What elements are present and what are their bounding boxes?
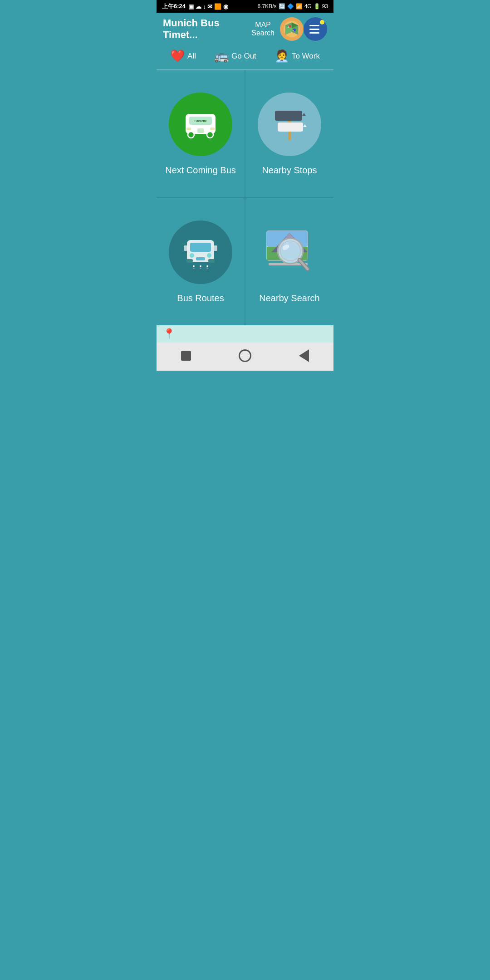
network-type: 4G: [304, 3, 312, 10]
location-pin-icon: 📍: [163, 328, 175, 340]
svg-rect-14: [210, 127, 215, 130]
map-search-button[interactable]: MAP Search: [251, 21, 274, 37]
nav-stop-button[interactable]: [178, 348, 194, 364]
status-right: 6.7KB/s 🔄 🔷 📶 4G 🔋 93: [258, 3, 328, 10]
menu-button[interactable]: [304, 17, 327, 41]
svg-point-25: [207, 253, 211, 258]
svg-rect-23: [190, 243, 211, 252]
svg-text:Favorite: Favorite: [194, 119, 206, 122]
svg-text:B: B: [293, 29, 294, 32]
svg-rect-16: [197, 128, 204, 133]
svg-rect-26: [196, 257, 205, 260]
bus-routes-cell[interactable]: Bus Routes: [157, 198, 245, 325]
svg-rect-18: [275, 111, 302, 121]
nav-back-button[interactable]: [296, 348, 312, 364]
nearby-search-label: Nearby Search: [259, 293, 319, 304]
svg-rect-13: [186, 127, 191, 130]
nav-triangle-icon: [299, 349, 309, 362]
status-left: 上午6:24 ▣ ☁ ↓ ✉ 🟧 ◉: [162, 2, 228, 10]
nearby-stops-label: Nearby Stops: [262, 165, 317, 176]
svg-text:A: A: [288, 26, 289, 28]
main-grid: Favorite ♥ Next Coming Bus: [157, 70, 333, 325]
footer-bar: 📍: [157, 325, 333, 343]
battery-level: 93: [322, 3, 328, 10]
nearby-search-cell[interactable]: Nearby Search: [245, 198, 333, 325]
bus-routes-label: Bus Routes: [177, 293, 224, 304]
next-coming-bus-cell[interactable]: Favorite ♥ Next Coming Bus: [157, 70, 245, 197]
bluetooth-icon: 🔷: [287, 3, 294, 10]
svg-rect-32: [184, 245, 187, 251]
wifi-icon: 🔄: [279, 3, 285, 10]
menu-lines-icon: [309, 25, 319, 34]
status-time: 上午6:24: [162, 2, 186, 10]
filter-all[interactable]: ❤️ All: [170, 49, 196, 63]
nav-bar: [157, 343, 333, 371]
svg-marker-21: [303, 124, 307, 127]
next-coming-bus-icon: Favorite ♥: [169, 93, 232, 156]
map-search-line1: MAP: [255, 21, 271, 29]
map-search-line2: Search: [251, 29, 274, 37]
status-bar: 上午6:24 ▣ ☁ ↓ ✉ 🟧 ◉ 6.7KB/s 🔄 🔷 📶 4G 🔋 93: [157, 0, 333, 13]
app-title: Munich Bus Timet...: [163, 17, 246, 41]
nearby-stops-cell[interactable]: Nearby Stops: [245, 70, 333, 197]
svg-point-41: [280, 241, 300, 261]
svg-marker-19: [302, 113, 306, 116]
filter-to-work-label: To Work: [292, 52, 320, 61]
svg-point-12: [207, 132, 213, 138]
battery-icon: 🔋: [314, 3, 320, 10]
next-coming-bus-label: Next Coming Bus: [165, 165, 236, 176]
signal-icon: 📶: [296, 3, 303, 10]
network-speed: 6.7KB/s: [258, 3, 277, 10]
svg-rect-27: [186, 259, 193, 263]
filter-go-out[interactable]: 🚌 Go Out: [214, 49, 256, 63]
nav-square-icon: [181, 351, 191, 361]
bus-routes-icon: [169, 220, 232, 284]
map-icon-button[interactable]: A B: [280, 17, 304, 41]
nav-circle-icon: [239, 349, 251, 362]
heart-icon: ❤️: [170, 49, 185, 63]
status-icons: ▣ ☁ ↓ ✉ 🟧 ◉: [188, 3, 228, 10]
nearby-stops-icon: [258, 93, 321, 156]
filter-all-label: All: [187, 52, 196, 61]
svg-rect-28: [208, 259, 215, 263]
svg-rect-33: [214, 245, 217, 251]
svg-rect-20: [278, 122, 303, 132]
filter-go-out-label: Go Out: [231, 52, 256, 61]
work-icon: 🧑‍💼: [274, 49, 289, 63]
nearby-search-icon: [258, 220, 321, 284]
svg-point-24: [190, 253, 194, 258]
filter-to-work[interactable]: 🧑‍💼 To Work: [274, 49, 320, 63]
filter-bar: ❤️ All 🚌 Go Out 🧑‍💼 To Work: [157, 45, 333, 70]
svg-point-11: [188, 132, 194, 138]
header: Munich Bus Timet... MAP Search A B: [157, 13, 333, 45]
nav-home-button[interactable]: [237, 348, 253, 364]
menu-notification-dot: [320, 20, 324, 24]
bus-emoji-icon: 🚌: [214, 49, 229, 63]
